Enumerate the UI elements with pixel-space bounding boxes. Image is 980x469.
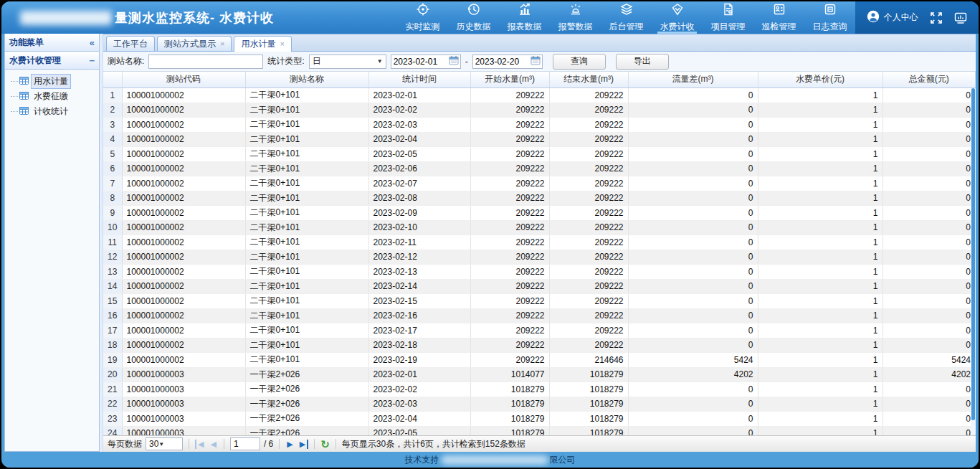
table-row[interactable]: 8 100001000002 二干渠0+101 2023-02-08 20922… xyxy=(103,191,976,206)
col-station-name[interactable]: 测站名称 xyxy=(245,72,368,87)
cell: 0 xyxy=(628,191,758,206)
station-name-input[interactable] xyxy=(148,55,263,69)
sidebar-item-water-metering[interactable]: 用水计量 xyxy=(8,74,96,89)
table-row[interactable]: 23 100001000003 一干渠2+026 2023-02-04 1018… xyxy=(103,412,976,427)
table-row[interactable]: 15 100001000002 二干渠0+101 2023-02-15 2092… xyxy=(103,294,976,309)
date-from-field[interactable] xyxy=(391,55,461,69)
tab-water-metering[interactable]: 用水计量 × xyxy=(234,36,291,52)
table-row[interactable]: 10 100001000002 二干渠0+101 2023-02-10 2092… xyxy=(103,220,976,235)
last-page-button[interactable]: ▶ xyxy=(298,440,308,449)
cell: 0 xyxy=(628,220,758,235)
col-flow-diff[interactable]: 流量差(m³) xyxy=(628,72,758,87)
cell: 209222 xyxy=(549,338,628,353)
table-row[interactable]: 17 100001000002 二干渠0+101 2023-02-17 2092… xyxy=(103,323,976,338)
nav-item-logs[interactable]: 日志查询 xyxy=(804,1,855,34)
nav-label: 巡检管理 xyxy=(762,21,796,33)
col-unit-price[interactable]: 水费单价(元) xyxy=(758,72,883,87)
prev-page-button[interactable]: ◀ xyxy=(209,440,217,449)
first-page-button[interactable]: ◀ xyxy=(195,440,205,449)
cell: 209222 xyxy=(470,294,549,309)
table-row[interactable]: 3 100001000002 二干渠0+101 2023-02-03 20922… xyxy=(103,118,976,133)
grid-body[interactable]: 1 100001000002 二干渠0+101 2023-02-01 20922… xyxy=(103,88,976,436)
user-center-button[interactable]: 个人中心 xyxy=(866,9,918,26)
sidebar-item-fee-collection[interactable]: 水费征缴 xyxy=(8,89,96,104)
sidebar-section-header[interactable]: 水费计收管理 − xyxy=(5,52,99,70)
col-station-code[interactable]: 测站代码 xyxy=(122,72,245,87)
col-total-amount[interactable]: 总金额(元) xyxy=(883,72,976,87)
nav-item-waterfee[interactable]: 水费计收 xyxy=(652,1,703,34)
refresh-icon[interactable]: ↻ xyxy=(320,439,330,450)
tab-workbench[interactable]: 工作平台 xyxy=(106,36,155,51)
sidebar-item-statistics[interactable]: 计收统计 xyxy=(8,104,96,119)
close-icon[interactable]: × xyxy=(280,40,284,48)
nav-item-backend[interactable]: 后台管理 xyxy=(601,1,652,34)
cell: 2023-02-03 xyxy=(368,397,470,412)
cell: 0 xyxy=(628,132,758,147)
table-row[interactable]: 22 100001000003 一干渠2+026 2023-02-03 1018… xyxy=(103,397,976,412)
tree-connector xyxy=(11,81,18,82)
table-row[interactable]: 20 100001000003 一干渠2+026 2023-02-01 1014… xyxy=(103,367,976,382)
table-row[interactable]: 12 100001000002 二干渠0+101 2023-02-12 2092… xyxy=(103,250,976,265)
cell: 0 xyxy=(628,206,758,221)
table-row[interactable]: 13 100001000002 二干渠0+101 2023-02-13 2092… xyxy=(103,265,976,280)
nav-item-reports[interactable]: 报表数据 xyxy=(499,1,550,34)
row-number: 8 xyxy=(103,191,122,206)
next-page-button[interactable]: ▶ xyxy=(285,440,294,449)
table-row[interactable]: 2 100001000002 二干渠0+101 2023-02-02 20922… xyxy=(103,103,976,118)
cell: 0 xyxy=(628,426,758,435)
nav-item-realtime[interactable]: 实时监测 xyxy=(397,1,448,34)
stat-type-select[interactable]: 日 ▼ xyxy=(309,55,386,69)
inspection-badge-icon xyxy=(772,2,786,19)
row-number: 17 xyxy=(103,323,122,338)
table-row[interactable]: 5 100001000002 二干渠0+101 2023-02-05 20922… xyxy=(103,147,976,162)
col-end-volume[interactable]: 结束水量(m³) xyxy=(549,72,628,87)
col-start-volume[interactable]: 开始水量(m³) xyxy=(470,72,549,87)
table-row[interactable]: 21 100001000003 一干渠2+026 2023-02-02 1018… xyxy=(103,382,976,397)
date-to-field[interactable] xyxy=(472,55,543,69)
export-button[interactable]: 导出 xyxy=(616,54,669,70)
calendar-icon[interactable] xyxy=(531,55,542,67)
fullscreen-icon[interactable] xyxy=(929,11,943,25)
nav-item-history[interactable]: 历史数据 xyxy=(448,1,499,34)
table-row[interactable]: 6 100001000002 二干渠0+101 2023-02-06 20922… xyxy=(103,161,976,176)
nav-item-projects[interactable]: 项目管理 xyxy=(703,1,753,34)
table-row[interactable]: 16 100001000002 二干渠0+101 2023-02-16 2092… xyxy=(103,308,976,323)
cell: 2023-02-19 xyxy=(368,353,470,368)
section-collapse-icon[interactable]: − xyxy=(89,55,95,66)
table-row[interactable]: 14 100001000002 二干渠0+101 2023-02-14 2092… xyxy=(103,279,976,294)
table-row[interactable]: 4 100001000002 二干渠0+101 2023-02-04 20922… xyxy=(103,132,976,147)
cell: 2023-02-05 xyxy=(368,147,470,162)
cell: 5424 xyxy=(883,353,976,368)
per-page-select[interactable]: 30 ▼ xyxy=(146,437,183,450)
query-button[interactable]: 查询 xyxy=(553,54,606,70)
table-row[interactable]: 18 100001000002 二干渠0+101 2023-02-18 2092… xyxy=(103,338,976,353)
col-stat-time[interactable]: 统计时间 xyxy=(368,72,470,87)
vertical-scrollbar[interactable] xyxy=(971,88,976,434)
per-page-value: 30 xyxy=(149,439,158,449)
cell: 0 xyxy=(883,220,976,235)
table-row[interactable]: 9 100001000002 二干渠0+101 2023-02-09 20922… xyxy=(103,206,976,221)
cell: 1014077 xyxy=(470,367,549,382)
scrollbar-thumb[interactable] xyxy=(971,88,975,420)
row-number: 13 xyxy=(103,265,122,280)
sidebar-collapse-icon[interactable]: « xyxy=(90,37,95,48)
dashboard-monitor-icon[interactable] xyxy=(953,11,968,25)
table-row[interactable]: 19 100001000002 二干渠0+101 2023-02-19 2092… xyxy=(103,353,976,368)
tab-station-display[interactable]: 测站方式显示 × xyxy=(157,36,232,51)
nav-item-inspection[interactable]: 巡检管理 xyxy=(753,1,804,34)
cell: 1 xyxy=(758,338,883,353)
close-icon[interactable]: × xyxy=(220,40,224,48)
cell: 一干渠2+026 xyxy=(245,426,368,435)
nav-item-alarms[interactable]: 报警数据 xyxy=(550,1,601,34)
page-number-input[interactable] xyxy=(230,437,260,450)
date-from-input[interactable] xyxy=(391,57,449,67)
cell: 二干渠0+101 xyxy=(245,206,368,221)
table-row[interactable]: 7 100001000002 二干渠0+101 2023-02-07 20922… xyxy=(103,176,976,191)
table-row[interactable]: 11 100001000002 二干渠0+101 2023-02-11 2092… xyxy=(103,235,976,250)
calendar-icon[interactable] xyxy=(449,55,460,67)
table-row[interactable]: 24 100001000003 一干渠2+026 2023-02-05 1018… xyxy=(103,426,976,435)
date-to-input[interactable] xyxy=(473,57,531,67)
pagination-bar: 每页数据 30 ▼ ◀ ◀ / 6 ▶ ▶ ↻ 每页显示30条，共计6页，共计检… xyxy=(103,435,976,452)
cell: 100001000002 xyxy=(122,265,245,280)
table-row[interactable]: 1 100001000002 二干渠0+101 2023-02-01 20922… xyxy=(103,88,976,103)
